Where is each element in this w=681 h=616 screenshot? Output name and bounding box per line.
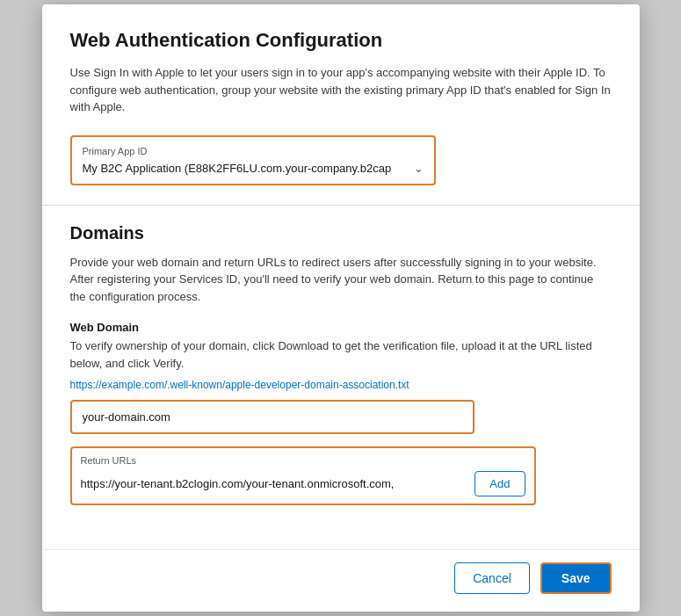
primary-app-id-value[interactable]: My B2C Application (E88K2FF6LU.com.your-… [83,162,409,175]
primary-app-id-field[interactable]: Primary App ID My B2C Application (E88K2… [70,135,437,185]
overlay: Web Authentication Configuration Use Sig… [0,0,681,616]
web-domain-input[interactable] [70,400,475,434]
add-return-url-button[interactable]: Add [475,471,525,496]
modal-body: Web Authentication Configuration Use Sig… [42,4,640,549]
domains-section-title: Domains [70,223,612,243]
modal-title: Web Authentication Configuration [70,29,612,52]
web-domain-label: Web Domain [70,321,612,334]
primary-app-id-label: Primary App ID [83,146,424,156]
section-divider [42,205,640,206]
web-domain-hint-url: https://example.com/.well-known/apple-de… [70,379,612,391]
save-button[interactable]: Save [540,562,612,594]
intro-text: Use Sign In with Apple to let your users… [70,64,612,116]
cancel-button[interactable]: Cancel [454,562,530,594]
modal-container: Web Authentication Configuration Use Sig… [42,4,640,612]
return-urls-field[interactable]: Return URLs Add [70,446,536,505]
return-urls-label: Return URLs [81,455,525,466]
return-urls-row: Add [81,471,525,496]
domains-description: Provide your web domain and return URLs … [70,254,612,306]
modal-footer: Cancel Save [42,549,640,612]
web-domain-description: To verify ownership of your domain, clic… [70,337,612,372]
return-urls-input[interactable] [81,477,467,490]
chevron-down-icon[interactable]: ⌄ [414,162,424,175]
primary-app-id-select-wrapper[interactable]: My B2C Application (E88K2FF6LU.com.your-… [83,162,424,175]
